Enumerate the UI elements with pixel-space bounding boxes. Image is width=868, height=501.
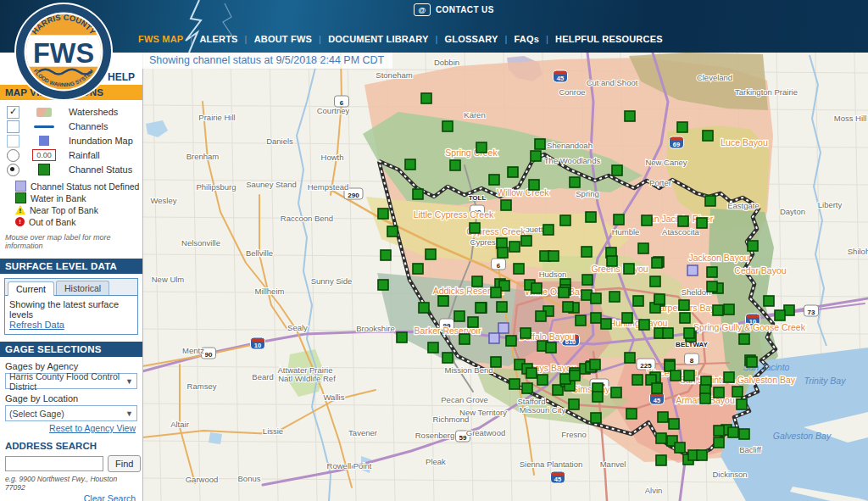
gage-marker-in-bank[interactable] — [521, 236, 531, 246]
gage-marker-in-bank[interactable] — [669, 419, 679, 429]
gage-marker-in-bank[interactable] — [531, 151, 541, 161]
gage-marker-in-bank[interactable] — [569, 399, 579, 409]
gage-marker-in-bank[interactable] — [684, 328, 694, 338]
gage-marker-in-bank[interactable] — [700, 393, 710, 404]
gage-marker-in-bank[interactable] — [543, 225, 554, 235]
gage-marker-in-bank[interactable] — [559, 287, 569, 298]
radio-channel-status[interactable] — [7, 164, 19, 176]
gage-marker-in-bank[interactable] — [548, 251, 559, 261]
gage-marker-in-bank[interactable] — [470, 223, 480, 233]
clear-search-link[interactable]: Clear Search — [84, 493, 136, 501]
checkbox-inundation-map[interactable] — [7, 135, 19, 148]
gage-marker-in-bank[interactable] — [591, 293, 601, 303]
gage-marker-in-bank[interactable] — [728, 427, 738, 437]
gage-marker-in-bank[interactable] — [497, 302, 507, 312]
gage-marker-in-bank[interactable] — [508, 167, 518, 177]
gage-marker-in-bank[interactable] — [601, 319, 611, 329]
gage-marker-in-bank[interactable] — [678, 216, 688, 226]
contact-us-link[interactable]: @ CONTACT US — [414, 3, 494, 16]
gage-marker-in-bank[interactable] — [737, 399, 747, 409]
gage-marker-in-bank[interactable] — [639, 320, 649, 330]
gage-marker-in-bank[interactable] — [656, 433, 666, 443]
gage-marker-in-bank[interactable] — [670, 370, 681, 381]
gage-marker-in-bank[interactable] — [468, 317, 478, 327]
gage-marker-in-bank[interactable] — [509, 379, 520, 389]
gage-marker-in-bank[interactable] — [438, 296, 448, 306]
gage-marker-in-bank[interactable] — [509, 242, 520, 252]
gage-marker-in-bank[interactable] — [397, 332, 407, 342]
watershed-label[interactable]: Little Cypress Creek — [414, 209, 494, 220]
gage-marker-in-bank[interactable] — [586, 212, 596, 222]
nav-item-helpful-resources[interactable]: HELPFUL RESOURCES — [548, 34, 670, 44]
find-button[interactable]: Find — [108, 455, 141, 472]
gage-marker-in-bank[interactable] — [642, 215, 652, 225]
gage-marker-in-bank[interactable] — [501, 200, 511, 210]
gage-marker-in-bank[interactable] — [529, 180, 539, 190]
tab-historical[interactable]: Historical — [56, 281, 109, 295]
gage-marker-in-bank[interactable] — [724, 304, 734, 315]
gage-marker-in-bank[interactable] — [703, 131, 713, 141]
gage-marker-in-bank[interactable] — [506, 336, 516, 346]
watershed-label[interactable]: Willow Creek — [497, 187, 549, 198]
gage-marker-in-bank[interactable] — [663, 328, 673, 338]
gage-marker-in-bank[interactable] — [454, 311, 465, 321]
gage-marker-in-bank[interactable] — [679, 300, 689, 310]
gage-marker-in-bank[interactable] — [591, 413, 601, 423]
gage-marker-in-bank[interactable] — [405, 159, 415, 170]
map-canvas[interactable]: 6629090999959288225873456910106104545Nav… — [142, 53, 868, 501]
gage-marker-in-bank[interactable] — [612, 165, 622, 175]
gage-marker-in-bank[interactable] — [713, 305, 723, 315]
gage-marker-in-bank[interactable] — [570, 177, 580, 187]
gage-marker-in-bank[interactable] — [652, 258, 662, 268]
gage-marker-not-defined[interactable] — [489, 333, 499, 343]
gage-marker-in-bank[interactable] — [491, 357, 501, 367]
gage-marker-in-bank[interactable] — [624, 264, 634, 274]
gage-marker-in-bank[interactable] — [680, 313, 690, 323]
gage-marker-in-bank[interactable] — [614, 214, 624, 225]
gage-marker-in-bank[interactable] — [675, 443, 685, 453]
gage-marker-in-bank[interactable] — [611, 387, 621, 398]
fws-logo[interactable]: FWS HARRIS COUNTY FLOOD WARNING SYSTEM — [14, 2, 114, 102]
gage-marker-in-bank[interactable] — [560, 215, 570, 225]
gage-marker-in-bank[interactable] — [607, 256, 617, 266]
gage-marker-in-bank[interactable] — [546, 342, 556, 353]
gage-marker-in-bank[interactable] — [625, 353, 635, 363]
watershed-label[interactable]: Spring Creek — [445, 148, 498, 158]
gage-select[interactable]: (Select Gage) ▼ — [5, 405, 137, 421]
gage-marker-in-bank[interactable] — [381, 250, 391, 260]
gage-marker-in-bank[interactable] — [419, 303, 429, 313]
gage-marker-in-bank[interactable] — [739, 334, 749, 344]
gage-marker-in-bank[interactable] — [590, 359, 600, 370]
gage-marker-in-bank[interactable] — [476, 303, 486, 313]
gage-marker-in-bank[interactable] — [593, 392, 603, 402]
gage-marker-in-bank[interactable] — [714, 437, 724, 448]
gage-marker-in-bank[interactable] — [536, 311, 546, 321]
watershed-label[interactable]: Jackson Bayou — [688, 253, 748, 263]
gage-marker-in-bank[interactable] — [658, 412, 668, 422]
gage-marker-in-bank[interactable] — [476, 142, 487, 153]
gage-marker-in-bank[interactable] — [775, 310, 785, 320]
radio-rainfall[interactable] — [7, 149, 19, 162]
gage-marker-in-bank[interactable] — [764, 296, 774, 306]
address-search-input[interactable] — [5, 456, 103, 471]
gage-marker-in-bank[interactable] — [472, 276, 482, 287]
nav-item-faqs[interactable]: FAQs — [507, 34, 546, 44]
gage-marker-in-bank[interactable] — [442, 121, 453, 131]
gage-marker-in-bank[interactable] — [609, 292, 620, 302]
gage-marker-in-bank[interactable] — [650, 276, 660, 287]
gage-marker-in-bank[interactable] — [450, 160, 460, 170]
gage-marker-in-bank[interactable] — [378, 280, 388, 290]
gage-marker-in-bank[interactable] — [747, 357, 757, 367]
gage-marker-in-bank[interactable] — [387, 226, 398, 237]
gage-marker-in-bank[interactable] — [570, 370, 580, 381]
gage-marker-in-bank[interactable] — [526, 368, 537, 378]
checkbox-watersheds[interactable]: ✓ — [7, 106, 19, 119]
gage-marker-in-bank[interactable] — [535, 139, 545, 149]
gage-marker-in-bank[interactable] — [378, 209, 388, 219]
gage-marker-in-bank[interactable] — [638, 243, 648, 253]
gage-marker-in-bank[interactable] — [426, 249, 436, 259]
gage-marker-in-bank[interactable] — [707, 281, 717, 292]
watershed-label[interactable]: Spring Gully & Goose Creek — [693, 322, 806, 332]
refresh-data-link[interactable]: Refresh Data — [9, 320, 64, 330]
gage-marker-in-bank[interactable] — [591, 313, 601, 323]
